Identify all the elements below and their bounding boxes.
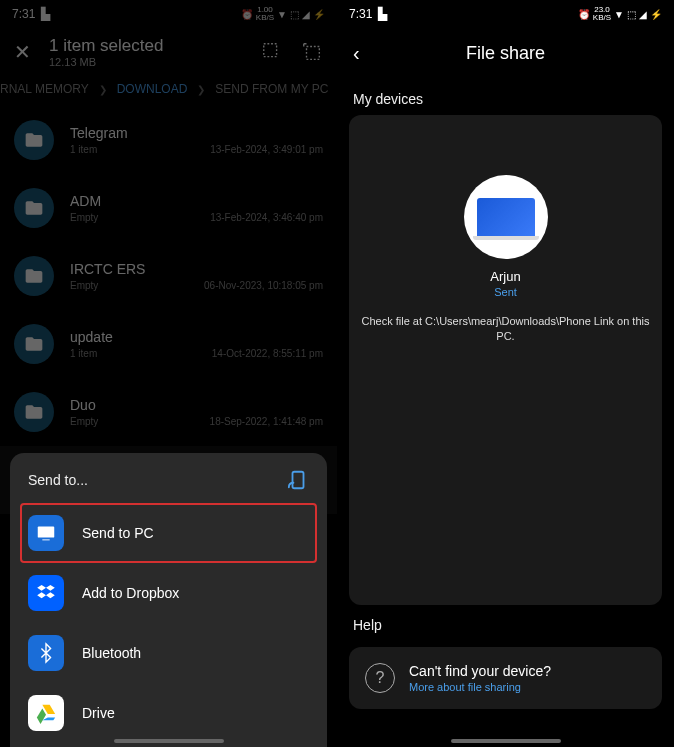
cast-icon[interactable] [287,469,309,491]
home-indicator[interactable] [451,739,561,743]
dropbox-icon [28,575,64,611]
alarm-icon: ⏰ [578,9,590,20]
wifi-icon: ▼ [614,9,624,20]
device-avatar[interactable] [464,175,548,259]
laptop-icon [477,198,535,236]
page-title: File share [466,43,545,64]
breadcrumb: RNAL MEMORY ❯ DOWNLOAD ❯ SEND FROM MY PC [0,76,337,106]
list-item[interactable]: Telegram1 item13-Feb-2024, 3:49:01 pm [0,106,337,174]
question-icon: ? [365,663,395,693]
list-item[interactable]: DuoEmpty18-Sep-2022, 1:41:48 pm [0,378,337,446]
pc-icon [28,515,64,551]
svg-rect-3 [38,527,55,538]
drive-icon [28,695,64,731]
svg-rect-4 [42,539,49,540]
vowifi-icon: ⬚ [627,9,636,20]
right-screen: 7:31 ▙ ⏰ 23.0KB/S ▼ ⬚ ◢ ⚡ ‹ File share M… [337,0,674,747]
alarm-icon: ⏰ [241,9,253,20]
bluetooth-button[interactable]: Bluetooth [10,623,327,683]
send-to-pc-button[interactable]: Send to PC [20,503,317,563]
page-header: ‹ File share [337,28,674,79]
wifi-icon: ▼ [277,9,287,20]
folder-icon [14,256,54,296]
drive-button[interactable]: Drive [10,683,327,743]
list-item[interactable]: update1 item14-Oct-2022, 8:55:11 pm [0,310,337,378]
vowifi-icon: ⬚ [290,9,299,20]
battery-icon: ⚡ [313,9,325,20]
share-sheet: Send to... Send to PC Add to Dropbox Blu… [10,453,327,747]
dropbox-button[interactable]: Add to Dropbox [10,563,327,623]
close-icon[interactable]: ✕ [14,40,31,64]
folder-icon [14,324,54,364]
sheet-title: Send to... [28,472,88,488]
device-card: Arjun Sent Check file at C:\Users\mearj\… [349,115,662,605]
section-label: My devices [337,79,674,115]
signal-icon: ◢ [639,9,647,20]
folder-icon [14,392,54,432]
select-range-icon[interactable] [301,41,323,63]
chevron-right-icon: ❯ [99,84,107,95]
folder-icon [14,120,54,160]
breadcrumb-item-active[interactable]: DOWNLOAD [117,82,188,96]
selection-title: 1 item selected [49,36,163,56]
help-title: Can't find your device? [409,663,551,679]
folder-icon [14,188,54,228]
svg-rect-0 [264,44,277,57]
breadcrumb-item[interactable]: RNAL MEMORY [0,82,89,96]
left-screen: 7:31 ▙ ⏰ 1.00KB/S ▼ ⬚ ◢ ⚡ ✕ 1 item selec… [0,0,337,747]
help-link[interactable]: More about file sharing [409,681,551,693]
list-item[interactable]: ADMEmpty13-Feb-2024, 3:46:40 pm [0,174,337,242]
help-card[interactable]: ? Can't find your device? More about fil… [349,647,662,709]
status-bar: 7:31 ▙ ⏰ 23.0KB/S ▼ ⬚ ◢ ⚡ [337,0,674,28]
signal-icon: ◢ [302,9,310,20]
notification-icon: ▙ [41,7,50,21]
home-indicator[interactable] [114,739,224,743]
back-icon[interactable]: ‹ [353,42,360,65]
breadcrumb-item[interactable]: SEND FROM MY PC [215,82,328,96]
status-time: 7:31 [12,7,35,21]
list-item[interactable]: IRCTC ERSEmpty06-Nov-2023, 10:18:05 pm [0,242,337,310]
status-bar: 7:31 ▙ ⏰ 1.00KB/S ▼ ⬚ ◢ ⚡ [0,0,337,28]
selection-size: 12.13 MB [49,56,163,68]
svg-rect-2 [293,472,304,489]
device-status: Sent [494,286,517,298]
help-label: Help [337,605,674,641]
device-name: Arjun [490,269,520,284]
select-all-icon[interactable] [261,41,283,63]
selection-header: ✕ 1 item selected 12.13 MB [0,28,337,76]
device-path: Check file at C:\Users\mearj\Downloads\P… [359,314,652,345]
status-time: 7:31 [349,7,372,21]
bluetooth-icon [28,635,64,671]
notification-icon: ▙ [378,7,387,21]
chevron-right-icon: ❯ [197,84,205,95]
svg-rect-1 [307,47,320,60]
battery-icon: ⚡ [650,9,662,20]
